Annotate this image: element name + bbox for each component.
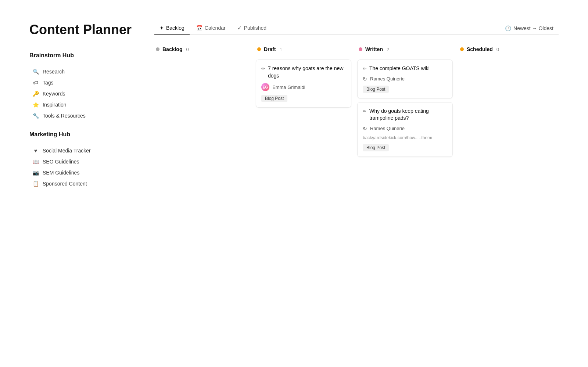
- tab-calendar[interactable]: 📅 Calendar: [191, 22, 231, 35]
- marketing-hub-section: Marketing Hub ♥ Social Media Tracker 📖 S…: [29, 131, 140, 189]
- card-tag-w1: Blog Post: [363, 86, 389, 93]
- tab-published[interactable]: ✓ Published: [232, 22, 272, 35]
- sidebar-item-social[interactable]: ♥ Social Media Tracker: [29, 145, 140, 156]
- card-author-row: EG Emma Grimaldi: [261, 83, 346, 91]
- card-tag: Blog Post: [261, 95, 287, 102]
- published-tab-label: Published: [244, 25, 267, 31]
- tab-backlog[interactable]: ✦ Backlog: [154, 22, 190, 35]
- card-title: 7 reasons why goats are the new dogs: [268, 65, 346, 79]
- search-icon: 🔍: [32, 68, 39, 75]
- sidebar-item-keywords-label: Keywords: [43, 91, 65, 97]
- written-dot: [359, 47, 362, 51]
- draft-column-count: 1: [280, 47, 282, 52]
- card-author-row-w1: Rames Quinerie: [363, 76, 447, 82]
- avatar-emma: EG: [261, 83, 269, 91]
- pencil-icon-w1: [363, 66, 366, 71]
- pencil-icon: [261, 66, 265, 71]
- sync-icon-w1: [363, 76, 367, 82]
- column-header-written: Written 2: [357, 43, 453, 55]
- star-icon: ⭐: [32, 101, 39, 108]
- sidebar: Content Planner Brainstorm Hub 🔍 Researc…: [29, 22, 140, 345]
- sidebar-item-inspiration-label: Inspiration: [43, 102, 67, 108]
- card-title-row-w1: The complete GOATS wiki: [363, 65, 447, 72]
- sidebar-item-sem[interactable]: 📷 SEM Guidelines: [29, 168, 140, 178]
- kanban-card-written-2[interactable]: Why do goats keep eating trampoline pads…: [357, 102, 453, 157]
- sidebar-item-inspiration[interactable]: ⭐ Inspiration: [29, 100, 140, 110]
- camera-icon: 📷: [32, 169, 39, 176]
- kanban-column-scheduled: Scheduled 0: [459, 43, 554, 60]
- sidebar-item-seo[interactable]: 📖 SEO Guidelines: [29, 156, 140, 167]
- kanban-card-written-1[interactable]: The complete GOATS wiki Rames Quinerie B…: [357, 60, 453, 98]
- tools-icon: 🔧: [32, 112, 39, 119]
- sidebar-item-seo-label: SEO Guidelines: [43, 159, 79, 165]
- draft-column-title: Draft: [264, 46, 276, 52]
- sidebar-item-sem-label: SEM Guidelines: [43, 170, 79, 176]
- sidebar-item-social-label: Social Media Tracker: [43, 148, 91, 154]
- key-icon: 🔑: [32, 90, 39, 97]
- sidebar-item-tools[interactable]: 🔧 Tools & Resources: [29, 111, 140, 121]
- kanban-board: Backlog 0 Draft 1 7 reasons why goats ar…: [154, 43, 559, 161]
- card-author-w1: Rames Quinerie: [370, 76, 405, 82]
- brainstorm-divider: [29, 62, 140, 62]
- backlog-column-title: Backlog: [162, 46, 182, 52]
- sidebar-item-sponsored-label: Sponsored Content: [43, 181, 87, 187]
- card-url-w2: backyardsidekick.com/how....-them/: [363, 135, 447, 140]
- heart-icon: ♥: [32, 147, 39, 154]
- marketing-hub-title: Marketing Hub: [29, 131, 140, 138]
- card-title-row: 7 reasons why goats are the new dogs: [261, 65, 346, 79]
- clipboard-icon: 📋: [32, 180, 39, 187]
- backlog-dot: [156, 47, 159, 51]
- column-header-backlog: Backlog 0: [154, 43, 250, 55]
- sidebar-item-tags[interactable]: 🏷 Tags: [29, 78, 140, 88]
- sidebar-item-tools-label: Tools & Resources: [43, 113, 86, 119]
- sidebar-item-keywords[interactable]: 🔑 Keywords: [29, 89, 140, 99]
- kanban-column-draft: Draft 1 7 reasons why goats are the new …: [256, 43, 351, 111]
- column-header-scheduled: Scheduled 0: [459, 43, 554, 55]
- sort-label: Newest → Oldest: [513, 25, 553, 31]
- scheduled-column-title: Scheduled: [467, 46, 493, 52]
- kanban-card-draft-1[interactable]: 7 reasons why goats are the new dogs EG …: [256, 60, 351, 108]
- calendar-tab-label: Calendar: [205, 25, 226, 31]
- page-title: Content Planner: [29, 22, 140, 37]
- written-column-title: Written: [365, 46, 383, 52]
- card-title-w1: The complete GOATS wiki: [369, 65, 430, 72]
- column-header-draft: Draft 1: [256, 43, 351, 55]
- kanban-column-backlog: Backlog 0: [154, 43, 250, 60]
- card-title-w2: Why do goats keep eating trampoline pads…: [369, 108, 447, 122]
- written-column-count: 2: [387, 47, 389, 52]
- backlog-tab-icon: ✦: [159, 25, 164, 31]
- marketing-divider: [29, 141, 140, 141]
- scheduled-dot: [460, 47, 464, 51]
- sort-selector[interactable]: 🕐 Newest → Oldest: [500, 22, 559, 34]
- sidebar-item-sponsored[interactable]: 📋 Sponsored Content: [29, 179, 140, 189]
- sync-icon-w2: [363, 126, 367, 132]
- tag-icon: 🏷: [32, 79, 39, 86]
- sidebar-item-research-label: Research: [43, 69, 65, 75]
- published-tab-icon: ✓: [237, 25, 242, 31]
- backlog-column-count: 0: [186, 47, 189, 52]
- card-title-row-w2: Why do goats keep eating trampoline pads…: [363, 108, 447, 122]
- scheduled-column-count: 0: [496, 47, 499, 52]
- card-author: Emma Grimaldi: [272, 84, 305, 90]
- draft-dot: [257, 47, 261, 51]
- card-author-w2: Rames Quinerie: [370, 126, 405, 131]
- sidebar-item-tags-label: Tags: [43, 80, 54, 86]
- brainstorm-hub-section: Brainstorm Hub 🔍 Research 🏷 Tags 🔑 Keywo…: [29, 52, 140, 121]
- tabs-bar: ✦ Backlog 📅 Calendar ✓ Published 🕐 Newes…: [154, 22, 559, 35]
- sidebar-item-research[interactable]: 🔍 Research: [29, 66, 140, 77]
- card-tag-w2: Blog Post: [363, 144, 389, 151]
- card-author-row-w2: Rames Quinerie: [363, 126, 447, 132]
- brainstorm-hub-title: Brainstorm Hub: [29, 52, 140, 59]
- sort-clock-icon: 🕐: [505, 25, 511, 31]
- backlog-tab-label: Backlog: [166, 25, 184, 31]
- pencil-icon-w2: [363, 108, 366, 114]
- kanban-column-written: Written 2 The complete GOATS wiki Rames …: [357, 43, 453, 161]
- book-icon: 📖: [32, 158, 39, 165]
- main-content: ✦ Backlog 📅 Calendar ✓ Published 🕐 Newes…: [154, 22, 559, 345]
- calendar-tab-icon: 📅: [196, 25, 202, 31]
